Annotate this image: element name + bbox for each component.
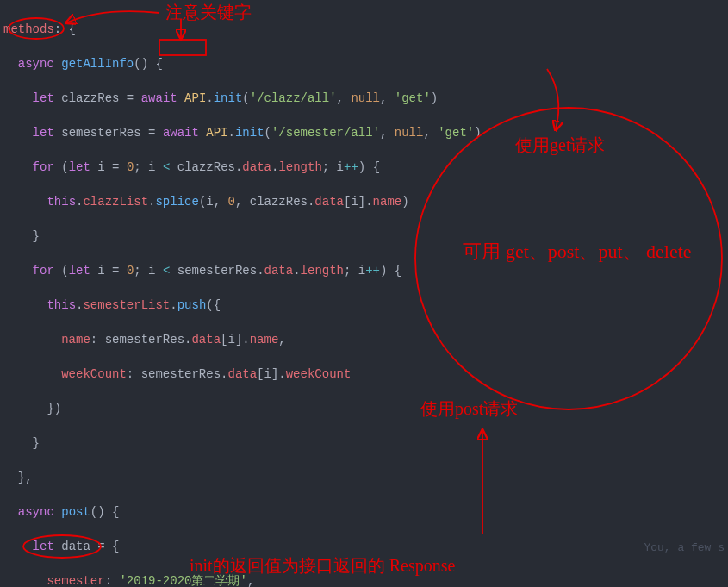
token-await: await — [141, 91, 177, 105]
token-methods: methods — [3, 22, 54, 36]
token-async: async — [18, 57, 54, 71]
token-getAllInfo: getAllInfo — [61, 57, 134, 71]
code-editor[interactable]: methods: { async getAllInfo() { let claz… — [0, 0, 728, 587]
git-blame-text: You, a few s — [644, 540, 725, 557]
